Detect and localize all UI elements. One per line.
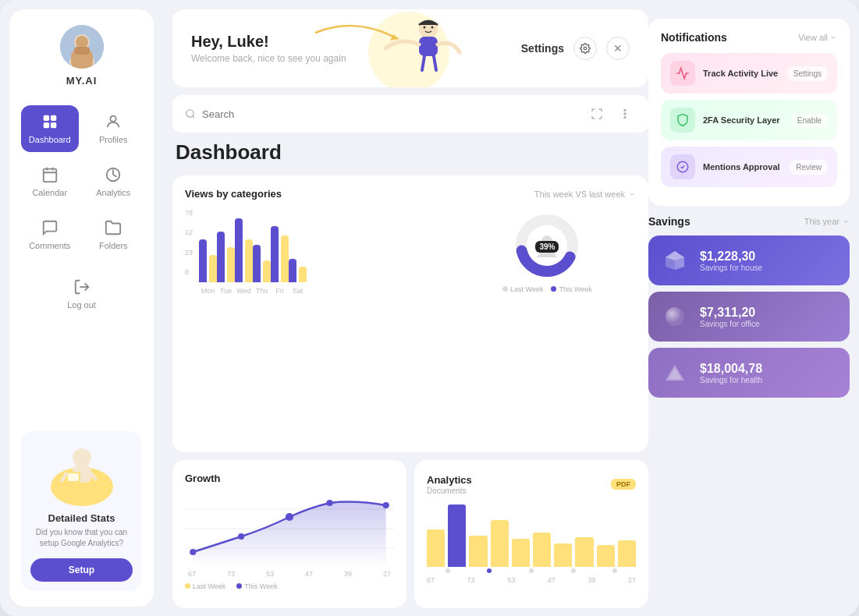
promo-description: Did you know that you can setup Google A… bbox=[30, 527, 133, 549]
analytics-subtitle: Documents bbox=[427, 487, 472, 495]
bar-group-fri: Fri bbox=[271, 212, 289, 295]
cube-icon bbox=[661, 246, 689, 274]
folders-label: Folders bbox=[99, 241, 128, 250]
profiles-label: Profiles bbox=[99, 135, 128, 144]
greeting-text: Hey, Luke! bbox=[191, 33, 346, 51]
chevron-down-icon bbox=[628, 190, 636, 198]
greeting-subtitle: Welcome back, nice to see you again bbox=[191, 53, 346, 64]
svg-line-22 bbox=[91, 473, 96, 480]
bar-fri-secondary bbox=[281, 235, 289, 282]
svg-rect-5 bbox=[74, 47, 90, 55]
svg-point-47 bbox=[383, 502, 389, 508]
bar-tue-secondary bbox=[227, 247, 235, 282]
person-icon bbox=[105, 113, 122, 132]
savings-item-house: $1,228,30 Savings for house bbox=[648, 235, 850, 285]
analytics-bar-4 bbox=[512, 539, 530, 567]
svg-line-28 bbox=[434, 56, 436, 70]
view-all-button[interactable]: View all bbox=[798, 33, 837, 42]
svg-point-45 bbox=[286, 513, 293, 521]
bar-chart-container: 78 12 23 0 bbox=[185, 209, 451, 295]
bar-group-sat: Sat bbox=[289, 212, 307, 295]
bar-mon-secondary bbox=[209, 255, 217, 282]
svg-line-33 bbox=[193, 116, 195, 119]
bar-thu-secondary bbox=[263, 260, 271, 282]
bar-fri-primary bbox=[271, 226, 279, 282]
savings-header: Savings This year bbox=[648, 215, 850, 228]
notification-2fa: 2FA Security Layer Enable bbox=[661, 100, 837, 140]
bar-mon-primary bbox=[199, 239, 207, 282]
bar-tue-primary bbox=[217, 232, 225, 282]
notifications-panel: Notifications View all Track Activity Li… bbox=[648, 19, 850, 206]
analytics-bar-0 bbox=[427, 529, 445, 567]
svg-rect-7 bbox=[51, 115, 56, 121]
right-panel: Notifications View all Track Activity Li… bbox=[648, 0, 859, 616]
svg-point-43 bbox=[190, 549, 196, 555]
savings-period-selector[interactable]: This year bbox=[804, 217, 850, 226]
analytics-bar-2 bbox=[469, 536, 487, 567]
search-input[interactable] bbox=[202, 108, 319, 120]
track-activity-settings-button[interactable]: Settings bbox=[787, 66, 828, 81]
svg-rect-6 bbox=[44, 115, 49, 121]
bar-group-tue: Tue bbox=[217, 212, 235, 295]
more-options-icon-button[interactable] bbox=[614, 103, 636, 125]
2fa-enable-button[interactable]: Enable bbox=[791, 113, 828, 128]
svg-point-25 bbox=[419, 19, 438, 38]
svg-point-23 bbox=[368, 12, 449, 87]
mentions-review-button[interactable]: Review bbox=[790, 160, 828, 175]
svg-point-31 bbox=[584, 47, 587, 50]
notif-name-track: Track Activity Live bbox=[703, 69, 779, 78]
notif-name-mentions: Mentions Approval bbox=[703, 162, 782, 172]
activity-icon bbox=[670, 61, 695, 86]
donut-percentage-label: 39% bbox=[535, 239, 559, 253]
savings-amount-health: $18,004,78 bbox=[700, 362, 837, 376]
svg-point-52 bbox=[666, 307, 684, 326]
bar-group-mon: Mon bbox=[199, 212, 217, 295]
donut-section: 39% Last Week This Week bbox=[459, 209, 636, 295]
calendar-label: Calendar bbox=[32, 188, 67, 197]
check-circle-icon bbox=[670, 154, 695, 179]
bar-thu-primary bbox=[253, 245, 261, 282]
sidebar-item-dashboard[interactable]: Dashboard bbox=[21, 105, 79, 152]
sidebar-item-folders[interactable]: Folders bbox=[85, 211, 143, 258]
settings-icon-button[interactable] bbox=[573, 37, 597, 60]
views-chart-title: Views by categories bbox=[185, 188, 282, 200]
savings-desc-house: Savings for house bbox=[700, 264, 837, 272]
nav-grid: Dashboard Profiles Calendar bbox=[21, 105, 142, 258]
svg-line-27 bbox=[422, 56, 424, 70]
search-row bbox=[172, 95, 648, 133]
svg-point-44 bbox=[238, 533, 244, 540]
folder-icon bbox=[105, 219, 122, 238]
dot-1[interactable] bbox=[487, 568, 492, 573]
notif-text-mentions: Mentions Approval bbox=[703, 162, 782, 172]
sphere-icon bbox=[661, 303, 689, 331]
sidebar-item-profiles[interactable]: Profiles bbox=[85, 105, 143, 152]
sidebar-item-logout[interactable]: Log out bbox=[51, 271, 112, 317]
analytics-bar-8 bbox=[597, 545, 615, 567]
svg-rect-9 bbox=[51, 122, 56, 128]
sidebar-item-comments[interactable]: Comments bbox=[21, 211, 79, 258]
expand-icon-button[interactable] bbox=[586, 103, 608, 125]
logout-label: Log out bbox=[67, 300, 96, 310]
svg-point-32 bbox=[186, 110, 193, 117]
svg-marker-24 bbox=[390, 34, 399, 41]
analytics-bar-6 bbox=[554, 543, 572, 567]
savings-desc-health: Savings for health bbox=[700, 376, 837, 384]
sidebar-item-calendar[interactable]: Calendar bbox=[21, 158, 79, 205]
grid-icon bbox=[41, 113, 59, 132]
svg-line-21 bbox=[62, 473, 66, 481]
analytics-label: Analytics bbox=[96, 188, 130, 197]
settings-label: Settings bbox=[521, 42, 564, 55]
setup-button[interactable]: Setup bbox=[30, 558, 133, 582]
dot-3 bbox=[571, 568, 576, 573]
svg-rect-26 bbox=[419, 37, 438, 56]
notification-track-activity: Track Activity Live Settings bbox=[661, 53, 837, 94]
savings-panel: Savings This year $1,228,30 Sav bbox=[648, 215, 850, 607]
logout-icon bbox=[73, 278, 91, 297]
views-chart-card: Views by categories This week VS last we… bbox=[172, 175, 648, 452]
savings-item-health: $18,004,78 Savings for health bbox=[648, 348, 850, 398]
close-button[interactable]: ✕ bbox=[606, 37, 630, 60]
sidebar-item-analytics[interactable]: Analytics bbox=[85, 158, 143, 205]
search-wrap bbox=[185, 108, 319, 120]
views-chart-inner: 78 12 23 0 bbox=[185, 209, 636, 295]
donut-chart: 39% bbox=[512, 211, 582, 281]
